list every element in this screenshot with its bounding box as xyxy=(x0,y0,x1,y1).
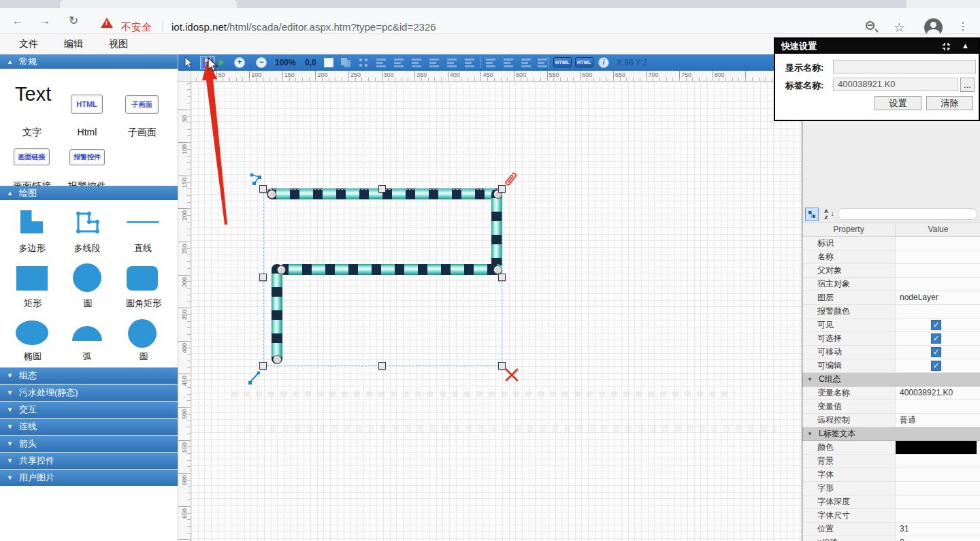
align-right-icon[interactable] xyxy=(412,58,422,68)
browser-menu-icon[interactable]: ⋮ xyxy=(958,20,968,33)
property-value[interactable]: 0 xyxy=(896,536,980,541)
browse-tags-button[interactable]: ... xyxy=(960,78,975,92)
alarm-control-tool-icon[interactable]: 报警控件 xyxy=(69,149,105,165)
link-paperclip-icon[interactable] xyxy=(503,170,518,191)
property-value[interactable] xyxy=(896,441,980,454)
polygon-tool-icon[interactable] xyxy=(20,210,43,233)
sidebar-section-共享控件[interactable]: ▼共享控件 xyxy=(0,453,178,470)
sidebar-section-污水处理(静态)[interactable]: ▼污水处理(静态) xyxy=(0,384,178,401)
property-value[interactable] xyxy=(896,400,980,413)
reload-icon[interactable]: ↻ xyxy=(65,12,82,30)
design-canvas[interactable] xyxy=(191,82,802,541)
checkbox-checked-icon[interactable]: ✓ xyxy=(931,320,941,330)
pipe-vertex[interactable] xyxy=(267,190,276,199)
property-value[interactable]: ✓ xyxy=(896,359,980,372)
security-warning-icon[interactable]: ! xyxy=(101,18,113,28)
display-name-input[interactable] xyxy=(833,60,976,73)
edit-points-icon[interactable] xyxy=(248,171,263,186)
color-swatch[interactable] xyxy=(896,441,977,454)
arc-tool-icon[interactable] xyxy=(72,326,102,341)
distribute-h-icon[interactable] xyxy=(486,58,496,68)
circle2-tool-icon[interactable] xyxy=(128,319,157,348)
property-group[interactable]: ▼L标签文本 xyxy=(802,427,980,441)
property-value[interactable] xyxy=(896,455,980,468)
property-value[interactable]: ✓ xyxy=(896,318,980,331)
property-value[interactable] xyxy=(896,482,980,495)
delete-x-icon[interactable] xyxy=(504,367,519,382)
checkbox-checked-icon[interactable]: ✓ xyxy=(931,333,941,344)
align-left-icon[interactable] xyxy=(376,58,387,68)
checkbox-checked-icon[interactable]: ✓ xyxy=(931,347,941,357)
align-top-icon[interactable] xyxy=(429,58,440,68)
property-value[interactable] xyxy=(896,237,980,250)
circle-tool-icon[interactable] xyxy=(73,263,101,292)
sort-az-icon[interactable]: A Z ↓ xyxy=(821,208,835,221)
rounded-rect-tool-icon[interactable] xyxy=(127,266,158,291)
info-icon[interactable]: i xyxy=(598,57,609,68)
same-height-icon[interactable] xyxy=(538,58,548,68)
subscreen-tool-icon[interactable]: 子画面 xyxy=(125,95,159,114)
polyline-tool-icon[interactable] xyxy=(74,209,102,236)
forward-icon[interactable]: → xyxy=(37,12,53,30)
checkbox-checked-icon[interactable]: ✓ xyxy=(931,361,941,371)
pipe-vertex[interactable] xyxy=(277,265,286,274)
property-value[interactable] xyxy=(896,278,980,291)
ellipse-tool-icon[interactable] xyxy=(16,321,48,345)
sidebar-section-连线[interactable]: ▼连线 xyxy=(0,419,178,436)
property-value[interactable] xyxy=(896,509,980,522)
pipe-vertex[interactable] xyxy=(273,355,282,364)
property-value[interactable] xyxy=(896,305,980,318)
zoom-out-icon[interactable]: − xyxy=(256,57,267,68)
dock-icon[interactable] xyxy=(941,42,951,52)
resize-handle-n[interactable] xyxy=(378,185,386,193)
property-value[interactable] xyxy=(896,468,980,481)
resize-handle-s[interactable] xyxy=(378,362,386,370)
html-tool-icon[interactable]: HTML xyxy=(71,95,103,114)
property-filter-input[interactable] xyxy=(838,208,977,220)
rotate-icon[interactable] xyxy=(358,57,369,68)
html-export-icon[interactable]: HTML xyxy=(553,57,572,67)
resize-diagonal-icon[interactable] xyxy=(247,370,262,385)
canvas-settings-icon[interactable] xyxy=(324,58,333,67)
property-value[interactable]: ✓ xyxy=(896,332,980,345)
align-bottom-icon[interactable] xyxy=(465,58,475,68)
distribute-v-icon[interactable] xyxy=(504,58,514,68)
property-group[interactable]: ▼C组态 xyxy=(802,373,980,387)
group-icon[interactable] xyxy=(340,57,351,68)
back-icon[interactable]: ← xyxy=(10,12,26,30)
text-tool-icon[interactable]: Text xyxy=(15,83,51,105)
property-value[interactable]: 普通 xyxy=(896,414,980,427)
sidebar-section-用户图片[interactable]: ▼用户图片 xyxy=(0,470,178,487)
sidebar-section-组态[interactable]: ▼组态 xyxy=(0,367,178,384)
property-value[interactable]: nodeLayer xyxy=(896,291,980,304)
tag-name-input[interactable]: 400038921.K0 xyxy=(833,78,958,91)
categorized-view-icon[interactable] xyxy=(805,208,819,221)
clear-button[interactable]: 清除 xyxy=(926,96,973,110)
sidebar-section-交互[interactable]: ▼交互 xyxy=(0,401,178,419)
property-value[interactable]: 31 xyxy=(896,523,980,536)
not-secure-label[interactable]: 不安全 xyxy=(121,21,152,34)
property-value[interactable]: ✓ xyxy=(896,346,980,359)
align-center-icon[interactable] xyxy=(394,58,404,68)
run-preview-icon[interactable] xyxy=(219,59,225,66)
screen-link-tool-icon[interactable]: 画面链接 xyxy=(14,148,50,165)
quick-settings-titlebar[interactable]: 快速设置 ▲ xyxy=(775,39,979,54)
menu-item[interactable]: 视图 xyxy=(102,38,135,50)
resize-handle-w[interactable] xyxy=(259,274,267,281)
collapse-panel-icon[interactable]: ▲ xyxy=(962,42,969,50)
set-button[interactable]: 设置 xyxy=(875,96,921,110)
property-value[interactable] xyxy=(896,495,980,508)
resize-handle-e[interactable] xyxy=(498,274,506,281)
menu-item[interactable]: 文件 xyxy=(12,38,45,50)
sidebar-section-drawing[interactable]: ▲ 绘图 xyxy=(0,186,178,201)
zoom-page-icon[interactable] xyxy=(866,21,875,30)
resize-handle-sw[interactable] xyxy=(259,362,267,370)
property-value[interactable] xyxy=(896,250,980,263)
bookmark-star-icon[interactable]: ☆ xyxy=(894,20,905,35)
url-text[interactable]: iot.idosp.net/html/scada/editor.aspx.htm… xyxy=(172,21,436,33)
same-width-icon[interactable] xyxy=(521,58,532,68)
select-tool-icon[interactable] xyxy=(184,56,193,69)
property-value[interactable] xyxy=(896,264,980,277)
property-value[interactable]: 400038921.K0 xyxy=(896,387,980,399)
align-middle-icon[interactable] xyxy=(447,58,457,68)
